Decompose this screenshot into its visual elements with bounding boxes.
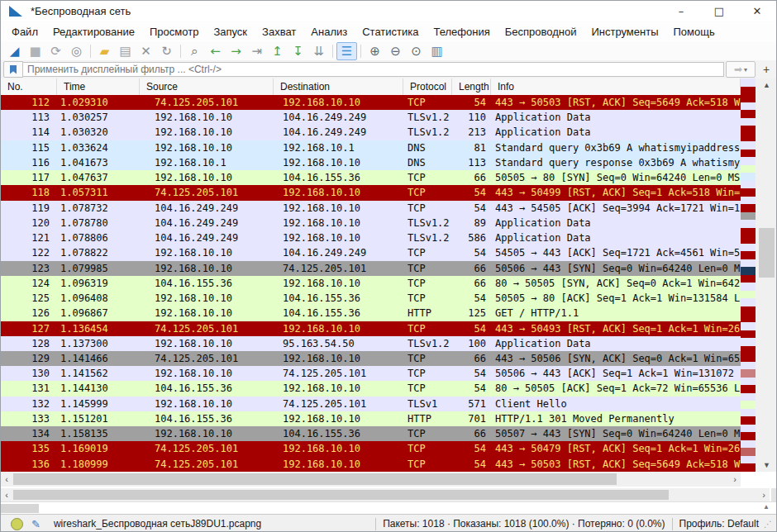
packet-row-134[interactable]: 1341.158135192.168.10.10104.16.155.36TCP…	[1, 426, 741, 441]
menu-item-4[interactable]: Захват	[255, 22, 303, 41]
vertical-scrollbar-thumb[interactable]	[759, 228, 775, 278]
menu-item-5[interactable]: Анализ	[303, 22, 355, 41]
open-file-button[interactable]: ▰	[94, 42, 115, 60]
pane-expand-icon[interactable]: ▲	[763, 503, 770, 511]
detail-pane-hscrollbar[interactable]: ‹ ›	[1, 488, 770, 501]
packet-row-121[interactable]: 1211.078806104.16.249.249192.168.10.10TL…	[1, 230, 741, 245]
scroll-right-icon[interactable]: ›	[758, 488, 770, 501]
column-header-destination[interactable]: Destination	[274, 78, 403, 95]
packet-row-132[interactable]: 1321.145999192.168.10.1074.125.205.101TL…	[1, 397, 741, 411]
find-packet-button[interactable]: ⌕	[184, 42, 205, 60]
packet-row-122[interactable]: 1221.078822192.168.10.10104.16.249.249TC…	[1, 245, 741, 260]
go-top-button[interactable]: ↥	[267, 42, 288, 60]
column-header-info[interactable]: Info	[491, 78, 741, 95]
menu-item-8[interactable]: Беспроводной	[498, 22, 584, 41]
packet-row-129[interactable]: 1291.14146674.125.205.101192.168.10.10TC…	[1, 351, 741, 366]
capture-comment-icon[interactable]: ✎	[31, 518, 41, 530]
save-file-button[interactable]: ▤	[115, 42, 136, 60]
add-filter-button[interactable]: +	[759, 62, 774, 77]
close-button[interactable]: ✕	[738, 1, 776, 21]
packet-row-123[interactable]: 1231.079985192.168.10.1074.125.205.101TC…	[1, 261, 741, 276]
cell-time: 1.030257	[57, 110, 140, 125]
cell-proto: DNS	[403, 140, 452, 155]
menu-item-0[interactable]: Файл	[4, 22, 45, 41]
column-header-source[interactable]: Source	[140, 78, 274, 95]
packet-row-128[interactable]: 1281.137300192.168.10.1095.163.54.50TLSv…	[1, 336, 741, 351]
scroll-down-icon[interactable]: ▼	[756, 458, 777, 472]
packet-row-131[interactable]: 1311.144130104.16.155.36192.168.10.10TCP…	[1, 381, 741, 396]
cell-proto: TLSv1	[403, 397, 452, 411]
hscrollbar-thumb[interactable]	[13, 490, 669, 500]
cell-src: 104.16.155.36	[140, 276, 274, 291]
packet-row-116[interactable]: 1161.041673192.168.10.1192.168.10.10DNS1…	[1, 155, 741, 170]
packet-row-135[interactable]: 1351.16901974.125.205.101192.168.10.10TC…	[1, 441, 741, 456]
hscrollbar-thumb[interactable]	[13, 473, 617, 485]
start-capture-button[interactable]: ◢	[4, 42, 25, 60]
menu-item-9[interactable]: Инструменты	[584, 22, 665, 41]
capture-options-button[interactable]: ◎	[66, 42, 87, 60]
resize-columns-button[interactable]: ▥	[427, 42, 447, 60]
cell-info: 50506 → 443 [ACK] Seq=1 Ack=1 Win=131072	[491, 366, 741, 381]
cell-info: 54505 → 443 [ACK] Seq=1721 Ack=4561 Win=…	[491, 245, 741, 260]
packet-row-119[interactable]: 1191.078732104.16.249.249192.168.10.10TC…	[1, 201, 741, 216]
expert-info-icon[interactable]	[11, 518, 23, 530]
menu-item-2[interactable]: Просмотр	[142, 22, 206, 41]
menu-item-7[interactable]: Телефония	[426, 22, 497, 41]
menu-item-10[interactable]: Помощь	[666, 22, 722, 41]
cell-time: 1.033624	[57, 140, 140, 155]
column-header-protocol[interactable]: Protocol	[403, 78, 452, 95]
packet-row-126[interactable]: 1261.096867192.168.10.10104.16.155.36HTT…	[1, 306, 741, 321]
filter-bookmark-button[interactable]	[3, 61, 23, 78]
profile-selector[interactable]: Профиль: Default	[679, 518, 760, 530]
menu-item-3[interactable]: Запуск	[206, 22, 255, 41]
reload-file-button[interactable]: ↻	[156, 42, 177, 60]
go-back-button[interactable]: ←	[205, 42, 226, 60]
packet-row-117[interactable]: 1171.047637192.168.10.10104.16.155.36TCP…	[1, 170, 741, 185]
column-header-time[interactable]: Time	[57, 78, 140, 95]
close-file-button[interactable]: ✕	[136, 42, 156, 60]
packet-row-113[interactable]: 1131.030257192.168.10.10104.16.249.249TL…	[1, 110, 741, 125]
scroll-right-icon[interactable]: ›	[729, 472, 741, 487]
packet-row-124[interactable]: 1241.096319104.16.155.36192.168.10.10TCP…	[1, 276, 741, 291]
cell-no: 128	[1, 336, 57, 351]
packet-row-114[interactable]: 1141.030320192.168.10.10104.16.249.249TL…	[1, 125, 741, 140]
scroll-up-icon[interactable]: ▲	[756, 78, 777, 92]
packet-row-125[interactable]: 1251.096408192.168.10.10104.16.155.36TCP…	[1, 291, 741, 306]
packet-row-127[interactable]: 1271.13645474.125.205.101192.168.10.10TC…	[1, 321, 741, 336]
zoom-out-button[interactable]: ⊖	[385, 42, 406, 60]
maximize-button[interactable]: □	[700, 1, 738, 21]
apply-filter-button[interactable]: ➡ ▾	[726, 61, 756, 78]
packet-row-120[interactable]: 1201.078780104.16.249.249192.168.10.10TL…	[1, 216, 741, 230]
zoom-in-button[interactable]: ⊕	[365, 42, 385, 60]
vertical-scrollbar[interactable]: ▲ ▼	[756, 78, 777, 472]
column-header-length[interactable]: Length	[452, 78, 491, 95]
stop-capture-button[interactable]: ■	[25, 42, 45, 60]
packet-list-hscrollbar[interactable]: ‹ ›	[1, 472, 741, 487]
display-filter-input[interactable]	[23, 62, 724, 77]
go-forward-button[interactable]: →	[226, 42, 246, 60]
go-to-packet-button[interactable]: ⇥	[246, 42, 267, 60]
packet-row-112[interactable]: 1121.02931074.125.205.101192.168.10.10TC…	[1, 95, 741, 110]
pane-scrollbar-thumb[interactable]	[1, 504, 39, 513]
restart-capture-button[interactable]: ⟳	[45, 42, 66, 60]
resize-grip[interactable]: ⋰	[764, 520, 771, 529]
menu-bar: ФайлРедактированиеПросмотрЗапускЗахватАн…	[1, 21, 776, 42]
colorize-button[interactable]: ☰	[336, 42, 357, 60]
scroll-left-icon[interactable]: ‹	[1, 488, 12, 501]
auto-scroll-button[interactable]: ⇊	[308, 42, 329, 60]
zoom-reset-button[interactable]: ⊙	[406, 42, 427, 60]
go-bottom-button[interactable]: ↧	[288, 42, 308, 60]
scroll-left-icon[interactable]: ‹	[1, 472, 12, 487]
packet-row-115[interactable]: 1151.033624192.168.10.10192.168.10.1DNS8…	[1, 140, 741, 155]
menu-item-1[interactable]: Редактирование	[45, 22, 142, 41]
cell-src: 192.168.10.10	[140, 140, 274, 155]
minimize-button[interactable]: –	[662, 1, 700, 21]
packet-row-136[interactable]: 1361.18099974.125.205.101192.168.10.10TC…	[1, 457, 741, 472]
column-header-no[interactable]: No.	[1, 78, 57, 95]
packet-row-133[interactable]: 1331.151201104.16.155.36192.168.10.10HTT…	[1, 411, 741, 426]
packet-row-118[interactable]: 1181.05731174.125.205.101192.168.10.10TC…	[1, 185, 741, 200]
packet-minimap-scrollbar[interactable]	[741, 78, 756, 472]
cell-no: 114	[1, 125, 57, 140]
packet-row-130[interactable]: 1301.141562192.168.10.1074.125.205.101TC…	[1, 366, 741, 381]
menu-item-6[interactable]: Статистика	[355, 22, 426, 41]
